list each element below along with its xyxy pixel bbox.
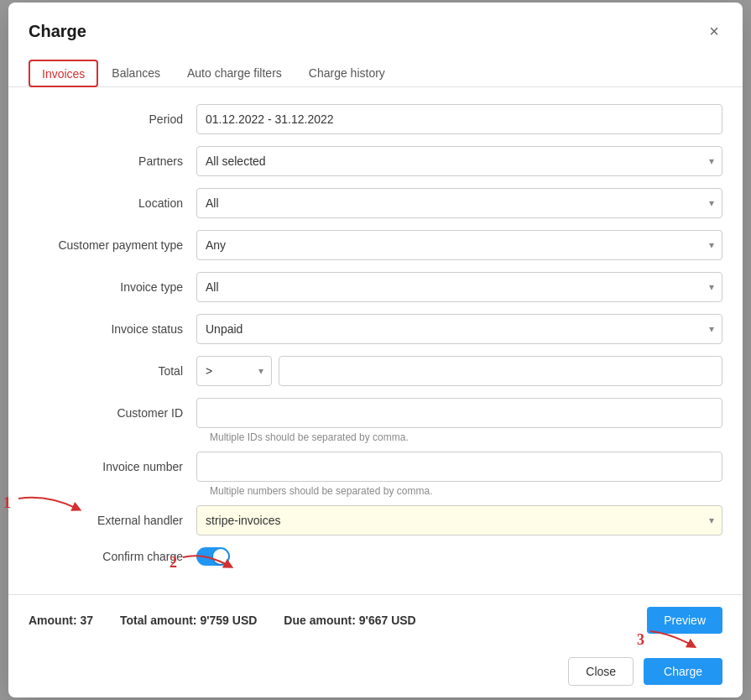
close-icon-button[interactable]: ×: [706, 19, 722, 43]
period-row: Period: [29, 104, 722, 134]
tab-auto-charge-filters[interactable]: Auto charge filters: [174, 60, 295, 86]
confirm-charge-label: Confirm charge: [29, 550, 196, 563]
arrow-1-icon: [14, 490, 81, 515]
toggle-wrapper: [196, 547, 230, 566]
customer-payment-type-select-wrapper: Any ▾: [196, 230, 722, 260]
location-select-wrapper: All ▾: [196, 188, 722, 218]
footer-actions: Close Charge 3: [8, 645, 743, 697]
location-label: Location: [29, 196, 196, 210]
modal-header: Charge ×: [8, 3, 743, 43]
customer-payment-type-select[interactable]: Any: [196, 230, 722, 260]
period-label: Period: [29, 112, 196, 126]
external-handler-row: External handler stripe-invoices ▾ 1: [29, 505, 722, 535]
total-label: Total: [29, 364, 196, 378]
charge-button[interactable]: Charge: [644, 658, 722, 685]
tab-invoices[interactable]: Invoices: [29, 60, 98, 87]
total-row: Total > ▾: [29, 356, 722, 386]
invoice-status-row: Invoice status Unpaid ▾: [29, 314, 722, 344]
customer-id-label: Customer ID: [29, 406, 196, 420]
total-amount-stat: Total amount: 9'759 USD: [120, 614, 257, 627]
customer-id-row: Customer ID: [29, 398, 722, 428]
customer-id-helper: Multiple IDs should be separated by comm…: [210, 431, 722, 443]
invoice-status-select-wrapper: Unpaid ▾: [196, 314, 722, 344]
close-button[interactable]: Close: [568, 657, 634, 686]
invoice-number-label: Invoice number: [29, 460, 196, 473]
partners-select-wrapper: All selected ▾: [196, 146, 722, 176]
partners-label: Partners: [29, 154, 196, 168]
annotation-1: 1: [3, 490, 81, 515]
confirm-charge-row: Confirm charge 2: [29, 547, 722, 566]
invoice-type-select[interactable]: All: [196, 272, 722, 302]
invoice-number-row: Invoice number: [29, 452, 722, 482]
invoice-type-label: Invoice type: [29, 280, 196, 294]
external-handler-select[interactable]: stripe-invoices: [196, 505, 722, 535]
invoice-number-input[interactable]: [196, 452, 722, 482]
form-body: Period Partners All selected ▾ Location …: [8, 87, 743, 594]
total-amount-input[interactable]: [279, 356, 722, 386]
external-handler-label: External handler: [29, 514, 196, 527]
location-select[interactable]: All: [196, 188, 722, 218]
preview-button[interactable]: Preview: [647, 607, 722, 634]
due-amount-stat: Due amount: 9'667 USD: [284, 614, 415, 627]
customer-payment-type-row: Customer payment type Any ▾: [29, 230, 722, 260]
amount-stat: Amount: 37: [29, 614, 93, 627]
external-handler-select-wrapper: stripe-invoices ▾: [196, 505, 722, 535]
invoice-status-select[interactable]: Unpaid: [196, 314, 722, 344]
customer-payment-type-label: Customer payment type: [29, 238, 196, 252]
charge-modal: Charge × Invoices Balances Auto charge f…: [8, 3, 743, 697]
total-operator-select[interactable]: >: [196, 356, 272, 386]
customer-id-input[interactable]: [196, 398, 722, 428]
partners-select[interactable]: All selected: [196, 146, 722, 176]
tab-charge-history[interactable]: Charge history: [295, 60, 399, 86]
partners-row: Partners All selected ▾: [29, 146, 722, 176]
invoice-status-label: Invoice status: [29, 322, 196, 336]
total-fields: > ▾: [196, 356, 722, 386]
footer-stats: Amount: 37 Total amount: 9'759 USD Due a…: [8, 594, 743, 645]
tab-balances[interactable]: Balances: [98, 60, 174, 86]
invoice-type-select-wrapper: All ▾: [196, 272, 722, 302]
invoice-number-helper: Multiple numbers should be separated by …: [210, 485, 722, 497]
period-input[interactable]: [196, 104, 722, 134]
tab-bar: Invoices Balances Auto charge filters Ch…: [8, 46, 743, 87]
location-row: Location All ▾: [29, 188, 722, 218]
modal-title: Charge: [29, 22, 86, 41]
total-operator-wrapper: > ▾: [196, 356, 272, 386]
invoice-type-row: Invoice type All ▾: [29, 272, 722, 302]
toggle-knob: [213, 549, 228, 564]
confirm-charge-toggle[interactable]: [196, 547, 230, 566]
